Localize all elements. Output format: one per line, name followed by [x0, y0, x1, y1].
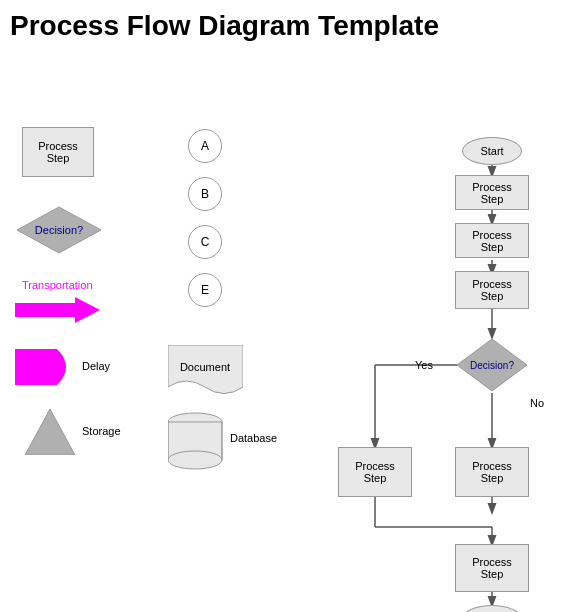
svg-text:Decision?: Decision? [470, 360, 514, 371]
legend-process-box: Process Step [22, 127, 94, 177]
connector-b: B [188, 177, 222, 211]
connector-c: C [188, 225, 222, 259]
transport-label: Transportation [22, 279, 93, 291]
document-shape: Document [168, 345, 243, 404]
page-title: Process Flow Diagram Template [0, 0, 569, 47]
svg-marker-14 [15, 297, 100, 323]
svg-marker-15 [25, 409, 75, 455]
svg-point-19 [168, 451, 222, 469]
connector-a: A [188, 129, 222, 163]
svg-text:Decision?: Decision? [35, 224, 83, 236]
database-label: Database [230, 432, 277, 444]
database-shape [168, 412, 223, 476]
delay-label: Delay [82, 360, 110, 372]
flow-process-3: Process Step [455, 271, 529, 309]
flow-process-no: Process Step [455, 447, 529, 497]
flow-end: End [462, 605, 522, 612]
transport-arrow [15, 295, 100, 329]
flow-process-1: Process Step [455, 175, 529, 210]
svg-text:Document: Document [180, 361, 230, 373]
no-label: No [530, 397, 544, 409]
flow-process-yes: Process Step [338, 447, 412, 497]
yes-label: Yes [415, 359, 433, 371]
flow-process-2: Process Step [455, 223, 529, 258]
flow-process-5: Process Step [455, 544, 529, 592]
storage-label: Storage [82, 425, 121, 437]
storage-shape [25, 409, 75, 459]
connector-e: E [188, 273, 222, 307]
flow-start: Start [462, 137, 522, 165]
delay-shape [15, 349, 75, 389]
flow-decision: Decision? [455, 337, 529, 393]
legend-decision: Decision? [15, 205, 103, 255]
